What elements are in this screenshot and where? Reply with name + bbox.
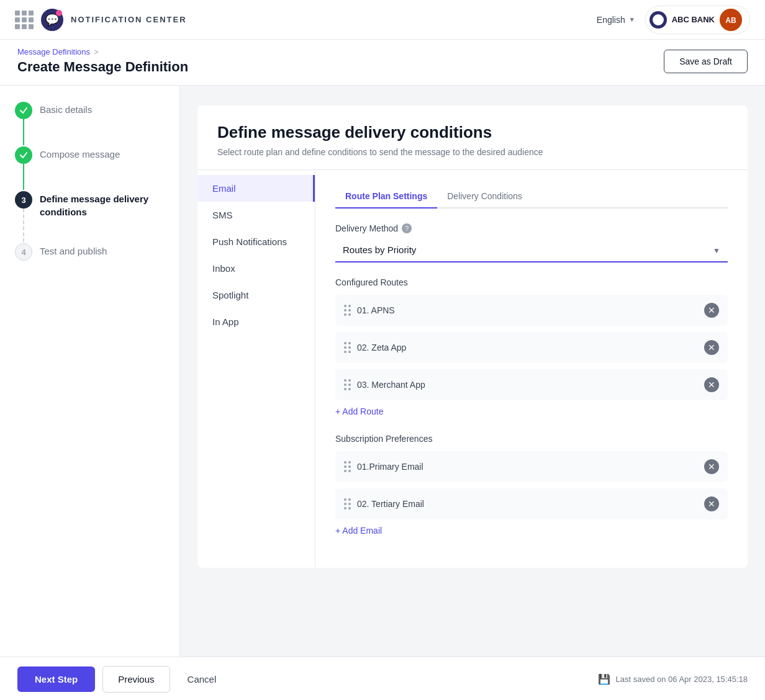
- subscription-name-1: 01.Primary Email: [357, 462, 698, 472]
- org-logo: [650, 11, 667, 29]
- logo-icon: 💬: [41, 9, 63, 31]
- next-step-button[interactable]: Next Step: [17, 666, 95, 692]
- breadcrumb-separator: >: [94, 47, 99, 56]
- svg-text:AB: AB: [725, 16, 736, 25]
- content-subtitle: Select route plan and define conditions …: [217, 147, 728, 157]
- nav-right: English ▼ ABC BANK AB: [597, 6, 750, 34]
- step-2-check-icon: [15, 146, 32, 164]
- breadcrumb-parent[interactable]: Message Definitions: [17, 47, 90, 56]
- configured-routes-label: Configured Routes: [335, 277, 728, 287]
- page-header: Message Definitions > Create Message Def…: [0, 40, 765, 86]
- route-name-2: 02. Zeta App: [357, 343, 698, 352]
- nav-spotlight[interactable]: Spotlight: [197, 282, 315, 308]
- apps-icon[interactable]: [15, 11, 34, 29]
- step-item-1: Basic details: [15, 101, 165, 145]
- remove-route-1-button[interactable]: ✕: [704, 303, 719, 318]
- remove-subscription-2-button[interactable]: ✕: [704, 496, 719, 511]
- nav-in-app[interactable]: In App: [197, 308, 315, 335]
- channel-navigation: Email SMS Push Notifications Inbox Spotl…: [197, 170, 315, 568]
- content-card: Define message delivery conditions Selec…: [197, 105, 748, 568]
- org-selector[interactable]: ABC BANK AB: [645, 6, 750, 34]
- save-status: 💾 Last saved on 06 Apr 2023, 15:45:18: [598, 673, 748, 685]
- tab-bar: Route Plan Settings Delivery Conditions: [335, 185, 728, 209]
- nav-inbox[interactable]: Inbox: [197, 255, 315, 282]
- step-item-4: 4 Test and publish: [15, 242, 165, 261]
- save-icon: 💾: [598, 673, 610, 685]
- step-list: Basic details Compose message 3 Defin: [15, 101, 165, 261]
- route-item-2: 02. Zeta App ✕: [335, 332, 728, 363]
- save-draft-button[interactable]: Save as Draft: [664, 50, 748, 73]
- two-col-layout: Email SMS Push Notifications Inbox Spotl…: [197, 170, 748, 568]
- chevron-down-icon: ▼: [629, 16, 635, 23]
- app-title: NOTIFICATION CENTER: [71, 15, 187, 24]
- top-navigation: 💬 NOTIFICATION CENTER English ▼ ABC BANK…: [0, 0, 765, 40]
- nav-email[interactable]: Email: [197, 175, 315, 202]
- drag-handle-icon[interactable]: [344, 461, 351, 472]
- content-area: Define message delivery conditions Selec…: [180, 86, 765, 657]
- subscription-item-1: 01.Primary Email ✕: [335, 451, 728, 482]
- content-title: Define message delivery conditions: [217, 123, 728, 142]
- nav-sms[interactable]: SMS: [197, 202, 315, 228]
- subscription-name-2: 02. Tertiary Email: [357, 499, 698, 509]
- breadcrumb: Message Definitions >: [17, 47, 188, 56]
- add-route-button[interactable]: + Add Route: [335, 406, 728, 416]
- org-name: ABC BANK: [672, 15, 715, 24]
- route-name-3: 03. Merchant App: [357, 380, 698, 390]
- drag-handle-icon[interactable]: [344, 305, 351, 316]
- avatar: AB: [720, 9, 742, 31]
- route-item-1: 01. APNS ✕: [335, 295, 728, 326]
- main-layout: Basic details Compose message 3 Defin: [0, 86, 765, 657]
- route-name-1: 01. APNS: [357, 305, 698, 315]
- step-item-3: 3 Define message delivery conditions: [15, 190, 165, 242]
- tab-route-plan[interactable]: Route Plan Settings: [335, 185, 437, 209]
- drag-handle-icon[interactable]: [344, 379, 351, 390]
- language-label: English: [597, 15, 625, 25]
- step-1-label: Basic details: [40, 101, 92, 116]
- help-icon[interactable]: ?: [402, 223, 412, 233]
- tab-delivery-conditions[interactable]: Delivery Conditions: [437, 185, 532, 209]
- route-plan-panel: Route Plan Settings Delivery Conditions …: [315, 170, 748, 568]
- step-1-check-icon: [15, 102, 32, 119]
- breadcrumb-area: Message Definitions > Create Message Def…: [17, 47, 188, 75]
- save-status-text: Last saved on 06 Apr 2023, 15:45:18: [615, 675, 748, 684]
- sidebar: Basic details Compose message 3 Defin: [0, 86, 180, 657]
- previous-button[interactable]: Previous: [102, 666, 170, 693]
- content-header: Define message delivery conditions Selec…: [197, 105, 748, 170]
- cancel-button[interactable]: Cancel: [178, 666, 227, 692]
- footer-bar: Next Step Previous Cancel 💾 Last saved o…: [0, 657, 765, 700]
- subscription-item-2: 02. Tertiary Email ✕: [335, 488, 728, 519]
- step-4-label: Test and publish: [40, 242, 107, 258]
- remove-route-2-button[interactable]: ✕: [704, 340, 719, 355]
- subscription-preferences-label: Subscription Preferences: [335, 434, 728, 444]
- step-3-icon: 3: [15, 191, 32, 209]
- nav-left: 💬 NOTIFICATION CENTER: [15, 9, 187, 31]
- nav-push-notifications[interactable]: Push Notifications: [197, 228, 315, 255]
- remove-subscription-1-button[interactable]: ✕: [704, 459, 719, 474]
- step-3-label: Define message delivery conditions: [40, 190, 165, 218]
- page-title: Create Message Definition: [17, 59, 188, 75]
- route-item-3: 03. Merchant App ✕: [335, 369, 728, 400]
- step-2-label: Compose message: [40, 145, 120, 161]
- remove-route-3-button[interactable]: ✕: [704, 377, 719, 392]
- drag-handle-icon[interactable]: [344, 498, 351, 509]
- delivery-method-label: Delivery Method ?: [335, 223, 728, 233]
- drag-handle-icon[interactable]: [344, 342, 351, 353]
- language-selector[interactable]: English ▼: [597, 15, 635, 25]
- delivery-method-dropdown[interactable]: Routes by Priority Single Route All Rout…: [335, 238, 728, 262]
- step-item-2: Compose message: [15, 145, 165, 190]
- add-email-button[interactable]: + Add Email: [335, 526, 728, 536]
- delivery-method-select[interactable]: Routes by Priority Single Route All Rout…: [335, 238, 728, 262]
- step-4-icon: 4: [15, 243, 32, 261]
